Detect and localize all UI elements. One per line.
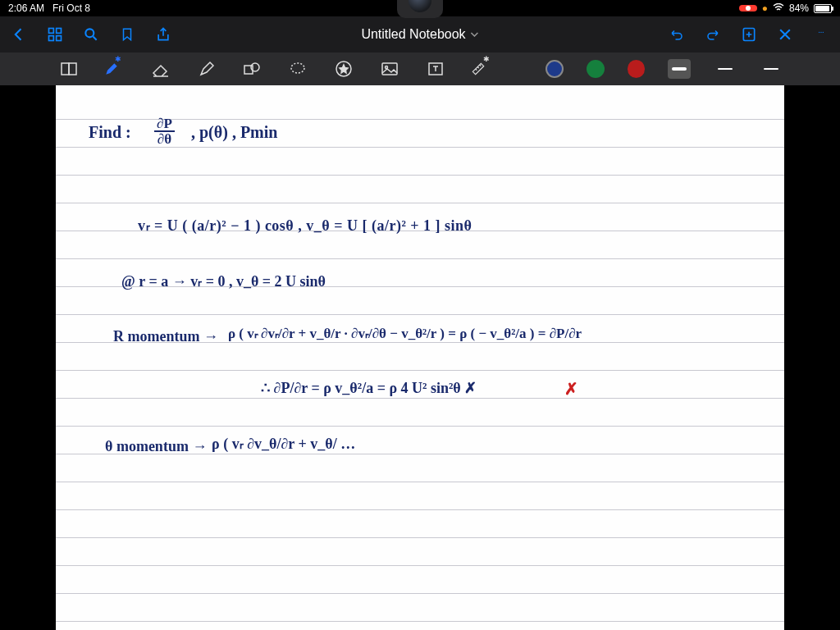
text-tool[interactable] xyxy=(424,57,447,80)
battery-icon xyxy=(814,4,832,13)
back-button[interactable] xyxy=(10,25,28,43)
highlighter-tool[interactable] xyxy=(195,57,218,80)
svg-rect-9 xyxy=(62,63,69,75)
note-line-1a: Find : xyxy=(89,123,131,142)
more-button[interactable] xyxy=(812,25,830,43)
grid-view-button[interactable] xyxy=(46,25,64,43)
bookmark-button[interactable] xyxy=(118,25,136,43)
note-line-4a: R momentum → xyxy=(113,328,218,345)
note-line-1b: ∂P∂θ xyxy=(154,116,175,146)
note-line-5: ∴ ∂P/∂r = ρ v_θ²/a = ρ 4 U² sin²θ ✗ xyxy=(261,379,477,397)
redo-button[interactable] xyxy=(704,25,722,43)
shape-tool[interactable] xyxy=(241,57,264,80)
svg-rect-0 xyxy=(49,29,54,34)
color-red[interactable] xyxy=(628,60,646,78)
svg-point-6 xyxy=(819,32,819,33)
stroke-thin[interactable] xyxy=(760,59,783,79)
close-button[interactable] xyxy=(776,25,794,43)
clock: 2:06 AM xyxy=(8,2,44,14)
note-line-6a: θ momentum → xyxy=(105,438,207,455)
zoom-tool[interactable] xyxy=(57,57,80,80)
add-page-button[interactable] xyxy=(740,25,758,43)
top-nav: Untitled Notebook xyxy=(0,16,840,52)
image-tool[interactable] xyxy=(378,57,401,80)
note-line-1c: , p(θ) , Pmin xyxy=(191,123,277,142)
color-blue[interactable] xyxy=(546,60,564,78)
svg-point-16 xyxy=(385,66,387,69)
svg-point-4 xyxy=(85,29,94,37)
svg-rect-10 xyxy=(69,63,76,75)
svg-rect-1 xyxy=(57,29,62,34)
note-line-2: vᵣ = U ( (a/r)² − 1 ) cosθ , v_θ = U [ (… xyxy=(138,217,472,235)
document-title[interactable]: Untitled Notebook xyxy=(361,27,478,42)
svg-point-7 xyxy=(820,32,821,33)
svg-point-8 xyxy=(823,32,824,33)
orientation-lock-icon: ● xyxy=(762,2,768,14)
ruler-tool[interactable]: ✱ xyxy=(470,57,493,80)
color-green[interactable] xyxy=(587,60,605,78)
favorites-tool[interactable] xyxy=(332,57,355,80)
undo-button[interactable] xyxy=(668,25,686,43)
svg-rect-2 xyxy=(49,36,54,41)
battery-percent: 84% xyxy=(789,2,809,14)
search-button[interactable] xyxy=(82,25,100,43)
stroke-thick[interactable] xyxy=(668,59,691,79)
svg-point-13 xyxy=(291,63,304,73)
notebook-page[interactable]: Find : ∂P∂θ , p(θ) , Pmin vᵣ = U ( (a/r)… xyxy=(56,85,784,630)
svg-rect-3 xyxy=(57,36,62,41)
svg-rect-15 xyxy=(382,63,397,75)
ruled-lines xyxy=(56,85,784,630)
red-cross-mark: ✗ xyxy=(564,379,578,399)
camera-overlay xyxy=(397,0,443,18)
pen-tool[interactable]: ✱ xyxy=(103,57,126,80)
stroke-medium[interactable] xyxy=(714,59,737,79)
chevron-down-icon xyxy=(471,32,479,37)
date: Fri Oct 8 xyxy=(52,2,90,14)
wifi-icon xyxy=(773,2,784,14)
toolbar: ✱ ✱ xyxy=(0,52,840,85)
note-line-3: @ r = a → vᵣ = 0 , v_θ = 2 U sinθ xyxy=(121,272,326,290)
recording-indicator[interactable] xyxy=(739,5,757,11)
note-line-4b: ρ ( vᵣ ∂vᵣ/∂r + v_θ/r · ∂vᵣ/∂θ − v_θ²/r … xyxy=(228,325,582,342)
share-button[interactable] xyxy=(154,25,172,43)
lasso-tool[interactable] xyxy=(286,57,309,80)
eraser-tool[interactable] xyxy=(149,57,172,80)
note-line-6b: ρ ( vᵣ ∂v_θ/∂r + v_θ/ … xyxy=(212,435,355,453)
